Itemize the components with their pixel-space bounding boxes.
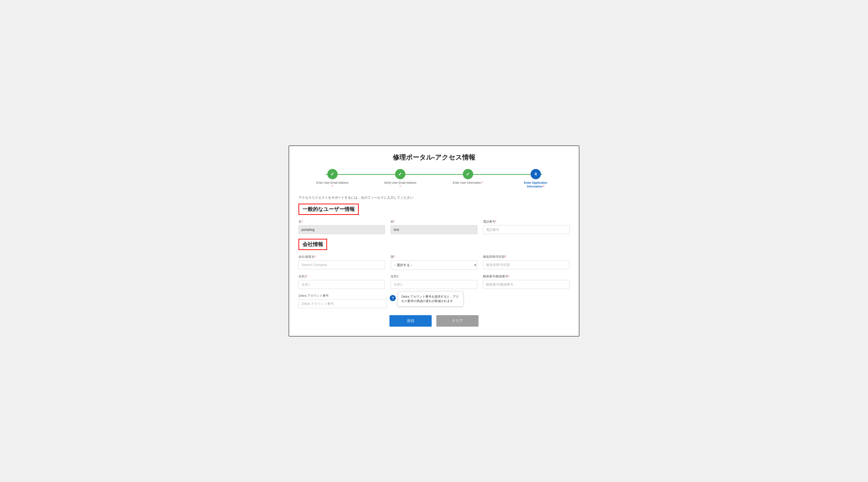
zebra-account-input[interactable] (299, 299, 387, 308)
first-name-group: 名* (299, 220, 385, 234)
general-section: 一般的なユーザー情報 名* 姓* 電話番号* (299, 204, 569, 234)
address1-group: 住所1* (299, 275, 385, 289)
general-section-header: 一般的なユーザー情報 (299, 204, 359, 215)
step-3-label: Enter User Information * (453, 181, 483, 185)
last-name-group: 姓* (391, 220, 477, 234)
zebra-account-label: Zebra アカウント番号 (299, 294, 387, 298)
step-1-check: ✓ (330, 171, 334, 177)
general-fields-row: 名* 姓* 電話番号* (299, 220, 569, 234)
zebra-account-group: Zebra アカウント番号 (299, 294, 387, 308)
step-2-circle: ✓ (395, 169, 405, 179)
tooltip-box: Zebra アカウント番号を提供すると、アクセス要求の承認の遅れが軽減されます (398, 291, 463, 307)
prefecture-group: 都道府県/市区郡* (483, 255, 569, 270)
address2-input[interactable] (391, 280, 477, 289)
stepper: ✓ Enter User Email Address * ✓ Verify Us… (299, 169, 569, 188)
country-label: 国* (391, 255, 477, 259)
company-name-label: 会社/顧客名* (299, 255, 385, 259)
step-2: ✓ Verify User Email Address * (366, 169, 434, 188)
phone-label: 電話番号* (483, 220, 569, 224)
prefecture-label: 都道府県/市区郡* (483, 255, 569, 259)
company-name-input[interactable] (299, 260, 385, 269)
page-container: 修理ポータル-アクセス情報 ✓ Enter User Email Address… (289, 146, 579, 336)
step-4-circle: 4 (531, 169, 541, 179)
address2-group: 住所2 (391, 275, 477, 289)
tooltip-icon[interactable]: ? (390, 295, 396, 301)
clear-button[interactable]: クリア (436, 315, 478, 327)
address1-label: 住所1* (299, 275, 385, 279)
phone-group: 電話番号* (483, 220, 569, 234)
tooltip-wrapper: ? Zebra アカウント番号を提供すると、アクセス要求の承認の遅れが軽減されま… (390, 294, 396, 301)
address2-label: 住所2 (391, 275, 477, 279)
company-row-2: 住所1* 住所2 郵便番号/郵便番号* (299, 275, 569, 289)
step-4: 4 Enter Application Information * (502, 169, 569, 188)
step-2-label: Verify User Email Address * (384, 181, 417, 188)
instructions-text: アクセスリクエストをサポートするには、次のフィールドに入力してください (299, 196, 569, 200)
page-title: 修理ポータル-アクセス情報 (299, 153, 569, 162)
country-select[interactable]: - 選択する - (391, 260, 477, 270)
company-section: 会社情報 会社/顧客名* 国* - 選択する - 都道府県/市区郡* (299, 239, 569, 308)
step-3-check: ✓ (466, 171, 470, 177)
address1-input[interactable] (299, 280, 385, 289)
prefecture-input[interactable] (483, 260, 569, 269)
company-row-1: 会社/顧客名* 国* - 選択する - 都道府県/市区郡* (299, 255, 569, 270)
step-1-label: Enter User Email Address * (316, 181, 349, 188)
step-1-circle: ✓ (327, 169, 338, 179)
company-name-group: 会社/顧客名* (299, 255, 385, 270)
last-name-input[interactable] (391, 225, 477, 234)
phone-input[interactable] (483, 225, 569, 234)
step-4-label: Enter Application Information * (519, 181, 552, 188)
zebra-row: Zebra アカウント番号 ? Zebra アカウント番号を提供すると、アクセス… (299, 294, 569, 308)
step-3: ✓ Enter User Information * (434, 169, 502, 185)
step-1: ✓ Enter User Email Address * (299, 169, 366, 188)
first-name-label: 名* (299, 220, 385, 224)
country-group: 国* - 選択する - (391, 255, 477, 270)
last-name-label: 姓* (391, 220, 477, 224)
step-2-check: ✓ (398, 171, 402, 177)
postal-label: 郵便番号/郵便番号* (483, 275, 569, 279)
first-name-input[interactable] (299, 225, 385, 234)
postal-input[interactable] (483, 280, 569, 289)
postal-group: 郵便番号/郵便番号* (483, 275, 569, 289)
company-section-header: 会社情報 (299, 239, 327, 250)
submit-button[interactable]: 送信 (390, 315, 432, 327)
step-3-circle: ✓ (463, 169, 473, 179)
button-row: 送信 クリア (299, 315, 569, 327)
